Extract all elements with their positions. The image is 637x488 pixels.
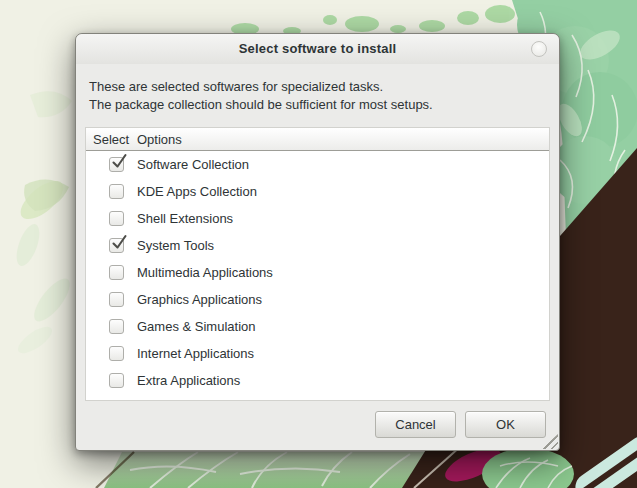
column-header-select[interactable]: Select — [86, 132, 137, 147]
checkbox-cell — [86, 292, 137, 307]
description-line-2: The package collection should be suffici… — [89, 96, 433, 114]
row-label: System Tools — [137, 238, 214, 253]
table-row[interactable]: Graphics Applications — [86, 286, 549, 313]
table-row[interactable]: KDE Apps Collection — [86, 178, 549, 205]
row-label: Extra Applications — [137, 373, 240, 388]
table-row[interactable]: Multimedia Applications — [86, 259, 549, 286]
checkbox[interactable] — [109, 211, 124, 226]
checkbox-cell — [86, 373, 137, 388]
dialog-window: Select software to install These are sel… — [75, 33, 560, 451]
checkbox[interactable] — [109, 184, 124, 199]
description-line-1: These are selected softwares for special… — [89, 78, 433, 96]
row-label: Software Collection — [137, 157, 249, 172]
row-label: KDE Apps Collection — [137, 184, 257, 199]
row-label: Internet Applications — [137, 346, 254, 361]
checkbox-cell — [86, 346, 137, 361]
desktop: Select software to install These are sel… — [0, 0, 637, 488]
checkbox[interactable] — [109, 346, 124, 361]
table-row[interactable]: System Tools — [86, 232, 549, 259]
table-row[interactable]: Games & Simulation — [86, 313, 549, 340]
column-header-options[interactable]: Options — [137, 132, 549, 147]
checkbox[interactable] — [109, 319, 124, 334]
checkbox-cell — [86, 211, 137, 226]
checkbox-cell — [86, 157, 137, 172]
table-row[interactable]: Software Collection — [86, 151, 549, 178]
checkbox[interactable] — [109, 373, 124, 388]
table-row[interactable]: Shell Extensions — [86, 205, 549, 232]
table-row[interactable]: Extra Applications — [86, 367, 549, 394]
row-label: Shell Extensions — [137, 211, 233, 226]
row-label: Games & Simulation — [137, 319, 256, 334]
dialog-description: These are selected softwares for special… — [89, 78, 433, 113]
close-icon[interactable] — [531, 41, 547, 57]
row-label: Multimedia Applications — [137, 265, 273, 280]
table-body: Software CollectionKDE Apps CollectionSh… — [86, 151, 549, 400]
cancel-button[interactable]: Cancel — [375, 411, 456, 438]
checkbox-cell — [86, 319, 137, 334]
checkbox[interactable] — [109, 292, 124, 307]
check-icon — [110, 153, 127, 170]
ok-button[interactable]: OK — [465, 411, 546, 438]
dialog-action-area: Cancel OK — [375, 411, 546, 438]
check-icon — [110, 234, 127, 251]
checkbox[interactable] — [109, 238, 124, 253]
table-row[interactable]: Internet Applications — [86, 340, 549, 367]
checkbox-cell — [86, 238, 137, 253]
table-header: Select Options — [86, 128, 549, 151]
dialog-title: Select software to install — [76, 41, 559, 56]
checkbox-cell — [86, 184, 137, 199]
dialog-titlebar[interactable]: Select software to install — [76, 34, 559, 64]
checkbox[interactable] — [109, 265, 124, 280]
checkbox-cell — [86, 265, 137, 280]
checkbox[interactable] — [109, 157, 124, 172]
software-table: Select Options Software CollectionKDE Ap… — [85, 127, 550, 401]
row-label: Graphics Applications — [137, 292, 262, 307]
